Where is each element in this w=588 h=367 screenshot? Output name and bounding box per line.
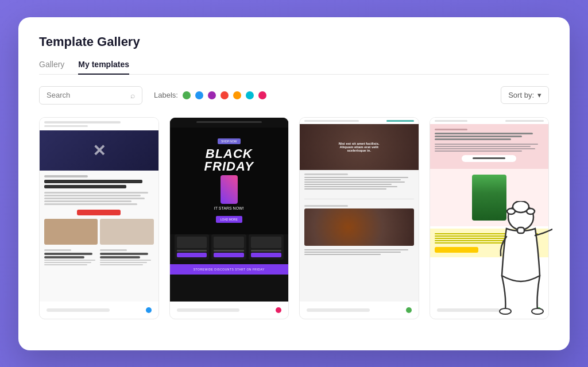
template-card-3[interactable]: Nisi est sit amet facilisis.Aliquam etia… bbox=[299, 117, 419, 319]
template-card-footer-3 bbox=[300, 302, 419, 319]
sort-by-dropdown[interactable]: Sort by: ▾ bbox=[501, 86, 549, 104]
label-dot-pink[interactable] bbox=[258, 91, 266, 99]
search-box[interactable]: ⌕ bbox=[39, 86, 142, 105]
main-window: Template Gallery Gallery My templates ⌕ … bbox=[18, 17, 570, 350]
svg-rect-4 bbox=[517, 227, 524, 233]
search-icon: ⌕ bbox=[130, 91, 135, 100]
template-preview-1: ✕ bbox=[40, 118, 158, 302]
toolbar: ⌕ Labels: Sort by: ▾ bbox=[39, 86, 549, 105]
svg-point-2 bbox=[507, 208, 515, 214]
label-dot-cyan[interactable] bbox=[246, 91, 254, 99]
template-card-footer-1 bbox=[40, 302, 158, 319]
svg-point-3 bbox=[527, 208, 535, 214]
page-title: Template Gallery bbox=[39, 34, 549, 49]
label-dot-green[interactable] bbox=[183, 91, 191, 99]
template-preview-3: Nisi est sit amet facilisis.Aliquam etia… bbox=[300, 118, 419, 302]
labels-text: Labels: bbox=[154, 91, 178, 99]
tab-gallery[interactable]: Gallery bbox=[39, 55, 64, 75]
svg-point-6 bbox=[532, 308, 543, 314]
label-dot-red[interactable] bbox=[220, 91, 229, 99]
labels-row: Labels: bbox=[154, 91, 489, 99]
search-input[interactable] bbox=[47, 91, 126, 99]
label-dot-orange[interactable] bbox=[233, 91, 241, 99]
svg-point-5 bbox=[500, 308, 511, 314]
template-card-1[interactable]: ✕ bbox=[39, 117, 159, 319]
character-illustration bbox=[489, 201, 552, 316]
tab-my-templates[interactable]: My templates bbox=[78, 55, 129, 75]
label-dot-blue[interactable] bbox=[195, 91, 203, 99]
tab-bar: Gallery My templates bbox=[39, 55, 549, 75]
template-card-footer-2 bbox=[170, 302, 289, 319]
chevron-down-icon: ▾ bbox=[537, 91, 541, 99]
template-card-2[interactable]: SHOP NOW BLACKFRIDAY IT STARS NOW! LOAD … bbox=[169, 117, 289, 319]
label-dot-purple[interactable] bbox=[208, 91, 216, 99]
sort-by-label: Sort by: bbox=[508, 91, 534, 99]
template-preview-2: SHOP NOW BLACKFRIDAY IT STARS NOW! LOAD … bbox=[170, 118, 289, 302]
templates-grid: ✕ bbox=[39, 117, 549, 319]
